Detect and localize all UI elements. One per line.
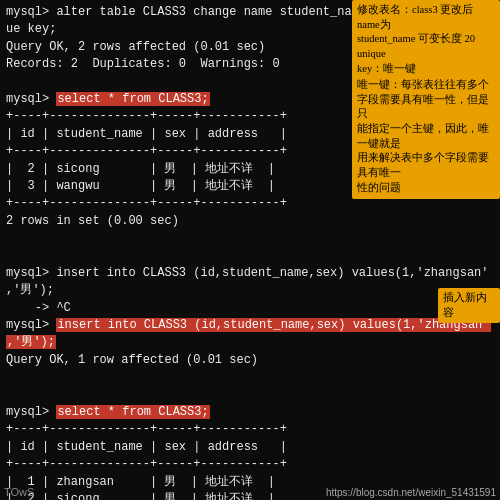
url-text: https://blog.csdn.net/weixin_51431591: [326, 487, 496, 498]
line-blank-2: [6, 230, 494, 247]
line-select-2: mysql> select * from CLASS3;: [6, 404, 494, 421]
table2-row-text-1: | 1 | zhangsan | 男 | 地址不详 |: [6, 475, 275, 489]
annotation-rename: 修改表名：class3 更改后name为student_name 可变长度 20…: [352, 0, 500, 79]
watermark: TOwS: [4, 486, 34, 498]
url-bar: https://blog.csdn.net/weixin_51431591: [322, 485, 500, 500]
output-insert-ok: Query OK, 1 row affected (0.01 sec): [6, 352, 494, 369]
annotation-insert-text: 插入新内容: [443, 292, 487, 318]
annotation-unique-text: 唯一键：每张表往往有多个字段需要具有唯一性，但是只能指定一个主键，因此，唯一键就…: [357, 79, 489, 193]
line-blank-3: [6, 247, 494, 264]
table-border-text-2: +----+--------------+-----+-----------+: [6, 144, 287, 158]
table-border-text-1: +----+--------------+-----+-----------+: [6, 109, 287, 123]
line-insert-3: mysql> insert into CLASS3 (id,student_na…: [6, 317, 494, 334]
cmd-insert-1: insert into CLASS3 (id,student_name,sex)…: [56, 318, 490, 332]
annotation-rename-text: 修改表名：class3 更改后name为student_name 可变长度 20…: [357, 4, 475, 74]
cmd-select-1: select * from CLASS3;: [56, 92, 209, 106]
line-insert-1: mysql> insert into CLASS3 (id,student_na…: [6, 265, 494, 282]
prompt-insert-1: mysql> insert into CLASS3 (id,student_na…: [6, 266, 488, 280]
prompt-ctrlc: -> ^C: [6, 301, 71, 315]
line-insert-4: ,'男');: [6, 334, 494, 351]
output-1: Query OK, 2 rows affected (0.01 sec): [6, 40, 265, 54]
table-row-text-2: | 3 | wangwu | 男 | 地址不详 |: [6, 179, 275, 193]
terminal-window: mysql> alter table CLASS3 change name st…: [0, 0, 500, 500]
table2-header-text: | id | student_name | sex | address |: [6, 440, 287, 454]
line-insert-2: ,'男');: [6, 282, 494, 299]
watermark-text: TOwS: [4, 486, 34, 498]
table2-border-text-2: +----+--------------+-----+-----------+: [6, 457, 287, 471]
table-header-text-1: | id | student_name | sex | address |: [6, 127, 287, 141]
table2-border-text-1: +----+--------------+-----+-----------+: [6, 422, 287, 436]
annotation-unique: 唯一键：每张表往往有多个字段需要具有唯一性，但是只能指定一个主键，因此，唯一键就…: [352, 75, 500, 199]
output-2: Records: 2 Duplicates: 0 Warnings: 0: [6, 57, 280, 71]
output-rows-1: 2 rows in set (0.00 sec): [6, 213, 494, 230]
table2-border-1: +----+--------------+-----+-----------+: [6, 421, 494, 438]
line-blank-4: [6, 369, 494, 386]
table2-row-text-2: | 2 | sicong | 男 | 地址不详 |: [6, 492, 275, 500]
output-rows-text-1: 2 rows in set (0.00 sec): [6, 214, 179, 228]
cmd-insert-2: ,'男');: [6, 335, 56, 349]
prompt-select-2: mysql>: [6, 405, 56, 419]
line-blank-5: [6, 387, 494, 404]
prompt-insert-3: mysql>: [6, 318, 56, 332]
table-row-text-1: | 2 | sicong | 男 | 地址不详 |: [6, 162, 275, 176]
output-insert-text: Query OK, 1 row affected (0.01 sec): [6, 353, 258, 367]
table-border-text-3: +----+--------------+-----+-----------+: [6, 196, 287, 210]
table2-border-2: +----+--------------+-----+-----------+: [6, 456, 494, 473]
line-ctrlc: -> ^C: [6, 300, 494, 317]
table2-header: | id | student_name | sex | address |: [6, 439, 494, 456]
prompt-2: ue key;: [6, 22, 56, 36]
annotation-insert: 插入新内容: [438, 288, 500, 323]
cmd-select-2: select * from CLASS3;: [56, 405, 209, 419]
prompt-select-1: mysql>: [6, 92, 56, 106]
prompt-insert-2: ,'男');: [6, 283, 54, 297]
